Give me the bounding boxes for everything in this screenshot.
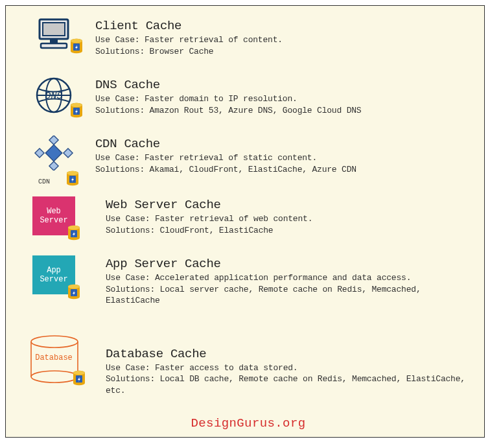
row-dns-cache: DNS DNS Cache Use Case: Faster domain to…	[21, 77, 475, 116]
svg-rect-18	[45, 145, 62, 161]
row-title: Database Cache	[106, 347, 475, 361]
row-web-server-cache: Web Server Web Server Cache Use Case: Fa…	[21, 196, 475, 236]
row-solutions: Solutions: Local server cache, Remote ca…	[106, 284, 475, 307]
row-title: DNS Cache	[95, 78, 475, 92]
cdn-icon-wrap: CDN	[21, 136, 86, 177]
database-cylinder-icon: Database	[29, 335, 78, 381]
svg-rect-20	[49, 161, 58, 171]
web-server-icon-wrap: Web Server	[21, 196, 86, 235]
row-solutions: Solutions: Akamai, CloudFront, ElastiCac…	[95, 164, 475, 176]
svg-point-43	[73, 371, 85, 375]
cache-icon	[69, 38, 84, 54]
computer-icon	[36, 18, 72, 50]
svg-point-31	[68, 226, 80, 230]
svg-point-16	[71, 103, 82, 107]
web-text: Web Server Cache Use Case: Faster retrie…	[86, 196, 475, 236]
svg-point-39	[31, 371, 78, 383]
diagram-canvas: Client Cache Use Case: Faster retrieval …	[5, 5, 485, 438]
cdn-text: CDN Cache Use Case: Faster retrieval of …	[86, 136, 475, 175]
svg-rect-21	[35, 148, 44, 158]
svg-text:DNS: DNS	[45, 91, 62, 102]
cache-icon	[65, 171, 80, 186]
client-icon-wrap	[21, 18, 86, 50]
row-usecase: Use Case: Faster retrieval of static con…	[95, 152, 475, 164]
dns-text: DNS Cache Use Case: Faster domain to IP …	[86, 77, 475, 116]
row-cdn-cache: CDN CDN Cache Use Case: Faster retrieval…	[21, 136, 475, 177]
svg-rect-3	[41, 43, 67, 48]
web-server-box-label: Web Server	[40, 207, 67, 226]
globe-dns-icon: DNS	[34, 77, 74, 114]
row-solutions: Solutions: CloudFront, ElastiCache	[106, 225, 475, 237]
row-client-cache: Client Cache Use Case: Faster retrieval …	[21, 18, 475, 57]
row-title: Client Cache	[95, 19, 475, 33]
row-app-server-cache: App Server App Server Cache Use Case: Ac…	[21, 255, 475, 307]
svg-point-26	[67, 171, 78, 175]
cache-icon	[69, 102, 84, 118]
row-solutions: Solutions: Amazon Rout 53, Azure DNS, Go…	[95, 105, 475, 117]
svg-rect-19	[49, 136, 58, 145]
row-usecase: Use Case: Faster retrieval of content.	[95, 34, 475, 46]
svg-rect-1	[43, 23, 65, 36]
svg-point-7	[71, 39, 82, 43]
svg-point-36	[68, 285, 80, 289]
row-usecase: Use Case: Faster domain to IP resolution…	[95, 93, 475, 105]
svg-rect-22	[64, 148, 73, 158]
row-usecase: Use Case: Faster retrieval of web conten…	[106, 213, 475, 225]
app-text: App Server Cache Use Case: Accelerated a…	[86, 255, 475, 307]
cache-icon	[67, 225, 81, 241]
app-server-icon-wrap: App Server	[21, 255, 86, 294]
cdn-label: CDN	[38, 178, 50, 185]
footer-attribution: DesignGurus.org	[21, 416, 475, 430]
row-solutions: Solutions: Local DB cache, Remote cache …	[106, 373, 475, 396]
row-title: App Server Cache	[106, 257, 475, 271]
row-solutions: Solutions: Browser Cache	[95, 46, 475, 58]
cdn-diamonds-icon	[33, 136, 75, 171]
dns-icon-wrap: DNS	[21, 77, 86, 114]
row-usecase: Use Case: Faster access to data stored.	[106, 362, 475, 374]
row-database-cache: Database Database Cache Use Case: Faster…	[21, 335, 475, 397]
database-cylinder-label: Database	[35, 353, 73, 362]
cache-icon	[72, 370, 86, 386]
svg-point-38	[31, 336, 78, 348]
app-server-box-label: App Server	[40, 266, 67, 285]
cache-icon	[67, 284, 81, 300]
row-title: CDN Cache	[95, 137, 475, 151]
client-text: Client Cache Use Case: Faster retrieval …	[86, 18, 475, 57]
db-text: Database Cache Use Case: Faster access t…	[86, 335, 475, 397]
row-title: Web Server Cache	[106, 198, 475, 212]
database-icon-wrap: Database	[21, 335, 86, 381]
row-usecase: Use Case: Accelerated application perfor…	[106, 272, 475, 284]
